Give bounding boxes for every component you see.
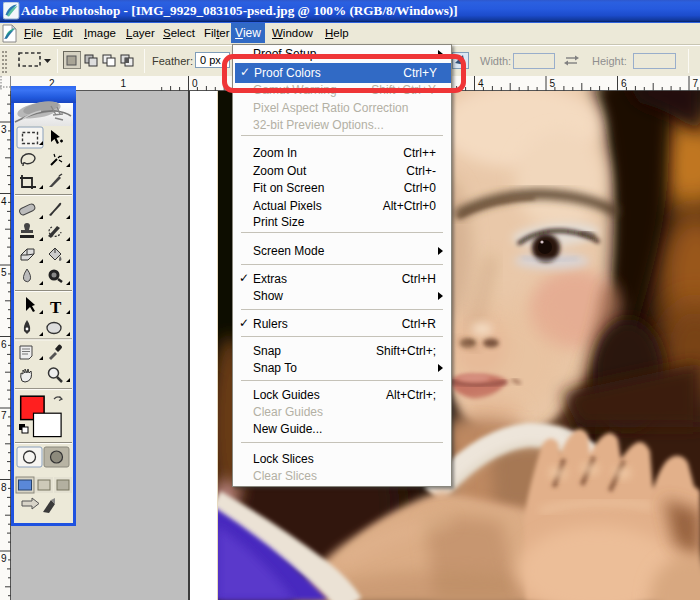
svg-text:1: 1 bbox=[121, 78, 127, 89]
svg-text:5: 5 bbox=[550, 78, 556, 89]
svg-text:T: T bbox=[50, 298, 62, 317]
svg-text:0: 0 bbox=[192, 78, 198, 89]
svg-text:7: 7 bbox=[693, 78, 699, 89]
svg-text:8: 8 bbox=[1, 482, 7, 493]
svg-text:6: 6 bbox=[1, 339, 7, 350]
svg-text:9: 9 bbox=[1, 553, 7, 564]
svg-text:3: 3 bbox=[1, 124, 7, 135]
svg-text:4: 4 bbox=[478, 78, 484, 89]
svg-text:4: 4 bbox=[1, 196, 7, 207]
svg-text:6: 6 bbox=[621, 78, 627, 89]
svg-text:7: 7 bbox=[1, 410, 7, 421]
svg-text:5: 5 bbox=[1, 267, 7, 278]
